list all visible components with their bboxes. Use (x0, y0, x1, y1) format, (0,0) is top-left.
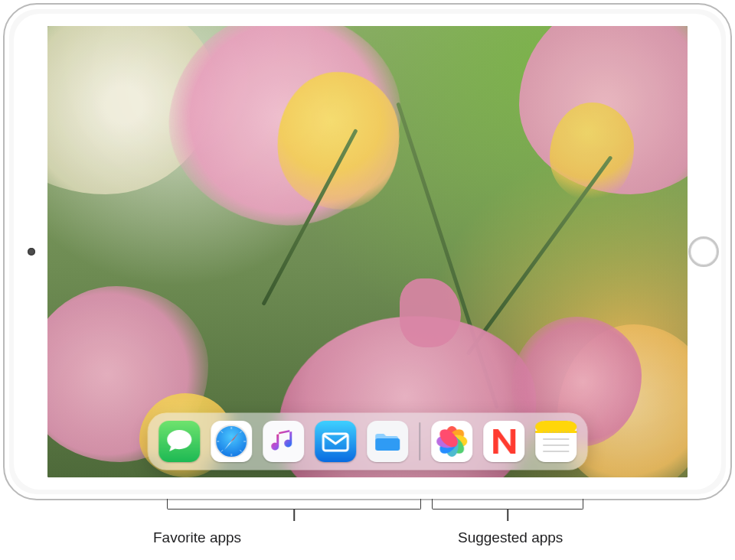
app-notes[interactable] (535, 421, 577, 462)
front-camera (28, 248, 35, 256)
notes-icon (535, 421, 577, 462)
safari-icon (211, 421, 252, 462)
callout-label-favorites: Favorite apps (153, 529, 241, 546)
home-button[interactable] (688, 236, 719, 267)
news-icon (483, 421, 524, 462)
annotation-callouts: Favorite apps Suggested apps (0, 499, 735, 557)
dock-separator (419, 422, 420, 461)
music-icon (263, 421, 304, 462)
app-mail[interactable] (315, 421, 356, 462)
svg-rect-27 (375, 438, 400, 451)
app-messages[interactable] (158, 421, 200, 462)
svg-rect-23 (263, 421, 304, 462)
app-news[interactable] (483, 421, 524, 462)
app-files[interactable] (367, 421, 408, 462)
home-screen-wallpaper (47, 26, 688, 477)
mail-icon (315, 421, 356, 462)
app-safari[interactable] (211, 421, 252, 462)
callout-label-suggested: Suggested apps (458, 529, 563, 546)
ipad-device-frame (3, 3, 732, 500)
files-icon (367, 421, 408, 462)
callout-bracket-suggested (432, 499, 583, 510)
svg-rect-24 (315, 421, 356, 462)
app-music[interactable] (263, 421, 304, 462)
app-photos[interactable] (431, 421, 472, 462)
photos-icon (431, 421, 472, 462)
callout-bracket-favorites (167, 499, 421, 510)
ipad-screen (47, 26, 688, 477)
dock (148, 413, 587, 470)
messages-icon (158, 421, 200, 462)
